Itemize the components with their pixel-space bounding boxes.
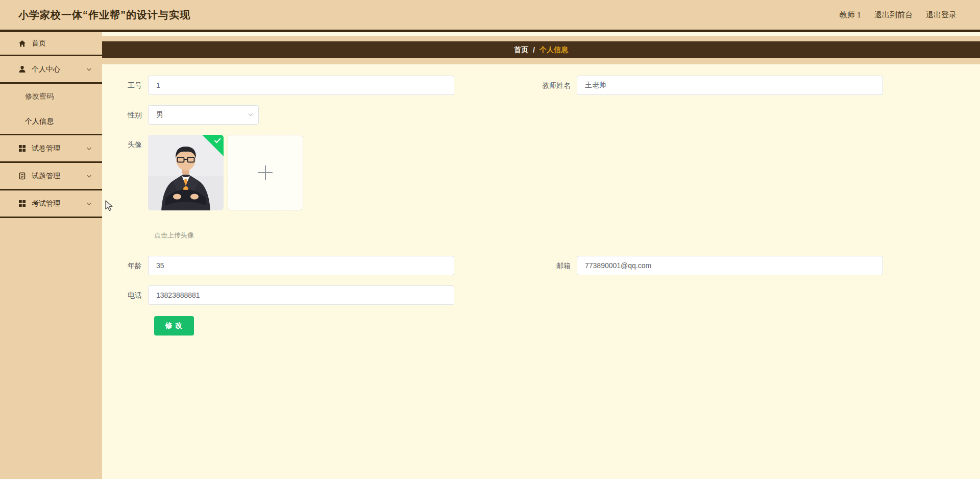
- teacher-name-label: 教师姓名: [454, 76, 577, 95]
- home-icon: [18, 40, 26, 47]
- breadcrumb-current: 个人信息: [540, 45, 568, 55]
- plus-icon: [257, 164, 274, 181]
- user-icon: [18, 65, 26, 73]
- personal-info-form: 工号 教师姓名 性别: [102, 64, 980, 336]
- gender-select[interactable]: [148, 105, 259, 125]
- sidebar-item-label: 修改密码: [25, 92, 54, 101]
- app-title: 小学家校一体“作业帮”的设计与实现: [18, 8, 190, 22]
- avatar-uploader: [148, 135, 303, 210]
- chevron-down-icon: [86, 67, 92, 72]
- upload-hint: 点击上传头像: [154, 231, 980, 240]
- grid-icon: [18, 145, 26, 152]
- breadcrumb-separator: /: [533, 46, 535, 54]
- sidebar-item-personal-info[interactable]: 个人信息: [0, 109, 102, 134]
- sidebar-item-label: 试题管理: [32, 172, 60, 181]
- sidebar-item-label: 试卷管理: [32, 144, 60, 153]
- sidebar-item-label: 首页: [32, 39, 46, 48]
- avatar-label: 头像: [102, 135, 148, 154]
- grid-icon: [18, 200, 26, 207]
- sidebar-item-label: 考试管理: [32, 199, 60, 208]
- work-id-field[interactable]: [148, 76, 454, 95]
- sidebar-submenu-personal-center: 修改密码 个人信息: [0, 84, 102, 135]
- teacher-name-field[interactable]: [577, 76, 883, 95]
- sidebar-item-label: 个人信息: [25, 117, 54, 126]
- logout-link[interactable]: 退出登录: [926, 10, 957, 20]
- breadcrumb-wrap: 首页 / 个人信息: [102, 36, 980, 64]
- avatar-image[interactable]: [148, 135, 224, 210]
- clipboard-icon: [18, 172, 26, 180]
- chevron-down-icon: [86, 146, 92, 151]
- breadcrumb: 首页 / 个人信息: [102, 41, 980, 58]
- sidebar-item-paper-management[interactable]: 试卷管理: [0, 135, 102, 163]
- phone-field[interactable]: [148, 285, 454, 305]
- sidebar: 首页 个人中心 修改密码 个人信息 试卷管理: [0, 32, 102, 479]
- gender-label: 性别: [102, 105, 148, 125]
- avatar-upload-button[interactable]: [228, 135, 303, 210]
- app-header: 小学家校一体“作业帮”的设计与实现 教师 1 退出到前台 退出登录: [0, 0, 980, 32]
- chevron-down-icon: [248, 112, 254, 117]
- modify-button[interactable]: 修 改: [154, 316, 194, 336]
- check-icon: [214, 137, 222, 143]
- current-user-label: 教师 1: [839, 10, 861, 20]
- age-field[interactable]: [148, 256, 454, 275]
- sidebar-item-exam-management[interactable]: 考试管理: [0, 190, 102, 218]
- work-id-label: 工号: [102, 76, 148, 95]
- age-label: 年龄: [102, 256, 148, 275]
- chevron-down-icon: [86, 174, 92, 179]
- email-field[interactable]: [577, 256, 883, 275]
- sidebar-item-label: 个人中心: [32, 65, 60, 74]
- main-content: 首页 / 个人信息 工号 教师姓名: [102, 32, 980, 479]
- sidebar-item-change-password[interactable]: 修改密码: [0, 84, 102, 109]
- email-label: 邮箱: [454, 256, 577, 275]
- sidebar-item-home[interactable]: 首页: [0, 32, 102, 56]
- exit-to-front-link[interactable]: 退出到前台: [874, 10, 913, 20]
- sidebar-item-question-management[interactable]: 试题管理: [0, 163, 102, 190]
- header-menu: 教师 1 退出到前台 退出登录: [826, 10, 957, 20]
- chevron-down-icon: [86, 201, 92, 206]
- sidebar-item-personal-center[interactable]: 个人中心: [0, 56, 102, 84]
- phone-label: 电话: [102, 285, 148, 305]
- breadcrumb-home-link[interactable]: 首页: [514, 45, 528, 55]
